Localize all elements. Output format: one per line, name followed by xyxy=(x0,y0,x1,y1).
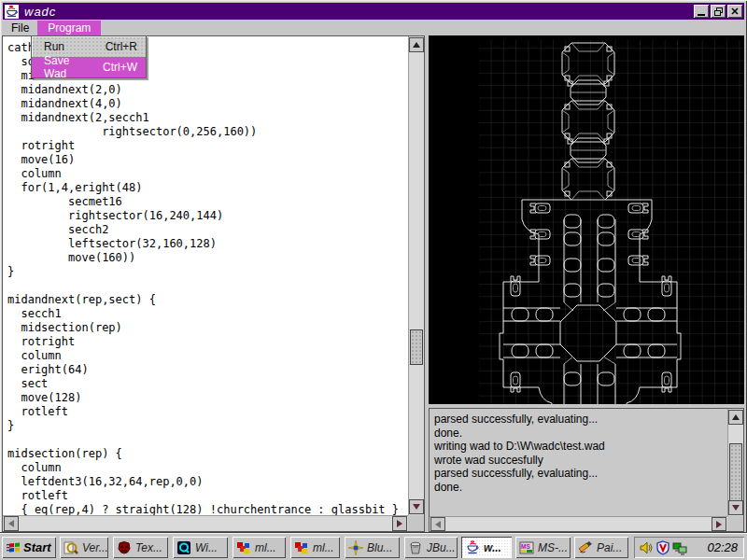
code-line: } xyxy=(7,419,408,433)
code-line xyxy=(7,433,408,447)
cyan-q-icon xyxy=(176,540,191,555)
system-tray: 02:28 xyxy=(634,537,744,558)
code-line: midandnext(2,secch1 xyxy=(7,111,408,125)
task-button-paint[interactable]: Pai... xyxy=(574,537,628,558)
msdos-icon: MS xyxy=(519,540,534,555)
magnifier-icon xyxy=(63,540,78,555)
svg-text:MS: MS xyxy=(521,543,530,550)
task-button-blu[interactable]: Blu... xyxy=(345,537,400,558)
log-line: writing wad to D:\W\wadc\test.wad xyxy=(434,440,727,454)
code-line: rotright xyxy=(7,139,408,153)
scroll-up-button[interactable] xyxy=(728,410,743,425)
code-line: sect xyxy=(7,377,408,391)
code-line: move(160)) xyxy=(7,251,408,265)
editor-horizontal-scrollbar[interactable] xyxy=(3,515,408,531)
code-line: { eq(rep,4) ? straight(128) !churchentra… xyxy=(7,503,408,515)
scrollbar-corner xyxy=(408,515,424,531)
screen: wadc File Program Run xyxy=(0,0,747,560)
task-button-tex[interactable]: Tex... xyxy=(113,537,168,558)
level-wireframe xyxy=(429,35,744,404)
code-line: midsection(rep) xyxy=(7,321,408,335)
menu-program[interactable]: Program xyxy=(37,21,101,35)
blocks-icon xyxy=(236,540,251,555)
code-line: leftdent3(16,32,64,rep,0,0) xyxy=(7,475,408,489)
paintbrush-icon xyxy=(578,540,593,555)
code-line: for(1,4,eright(48) xyxy=(7,181,408,195)
shield-icon[interactable] xyxy=(655,540,670,555)
code-line: secch1 xyxy=(7,307,408,321)
log-vscroll-thumb[interactable] xyxy=(729,443,742,505)
log-output-pane: parsed successfully, evaluating...done.w… xyxy=(429,408,744,532)
taskbar: Start Ver... Tex... xyxy=(0,533,747,560)
code-line: secch2 xyxy=(7,223,408,237)
scroll-down-button[interactable] xyxy=(728,500,743,515)
code-line: rotright xyxy=(7,335,408,349)
star-icon xyxy=(348,540,363,555)
bucket-icon xyxy=(408,540,423,555)
window-controls xyxy=(694,5,742,18)
task-button-wadc[interactable]: w... xyxy=(461,537,512,558)
scroll-left-button[interactable] xyxy=(4,516,19,531)
code-line: midandnext(4,0) xyxy=(7,97,408,111)
save-wad-accelerator: Ctrl+W xyxy=(103,61,137,74)
code-line: column xyxy=(7,167,408,181)
menu-item-save-wad[interactable]: Save Wad Ctrl+W xyxy=(32,57,146,77)
wadc-window: wadc File Program Run xyxy=(0,0,747,533)
log-line: done. xyxy=(434,427,727,441)
scroll-down-button[interactable] xyxy=(409,499,424,514)
network-icon[interactable] xyxy=(672,540,687,555)
tray-clock: 02:28 xyxy=(707,540,738,554)
log-line: parsed successfully, evaluating... xyxy=(434,467,727,481)
log-vertical-scrollbar[interactable] xyxy=(727,409,743,516)
volume-icon[interactable] xyxy=(639,540,654,555)
doom-face-icon xyxy=(117,540,132,555)
start-button[interactable]: Start xyxy=(2,537,56,558)
code-line: rightsector(0,256,160)) xyxy=(7,125,408,139)
code-line: move(128) xyxy=(7,391,408,405)
code-line: } xyxy=(7,265,408,279)
scroll-left-button[interactable] xyxy=(430,517,445,531)
map-preview-canvas xyxy=(429,35,744,404)
log-line: parsed successfully, evaluating... xyxy=(434,413,727,427)
log-horizontal-scrollbar[interactable] xyxy=(430,516,727,531)
code-line: rotleft xyxy=(7,405,408,419)
code-line xyxy=(7,279,408,293)
scrollbar-corner xyxy=(727,516,743,531)
editor-vscroll-thumb[interactable] xyxy=(410,329,423,365)
code-line: rotleft xyxy=(7,489,408,503)
menu-file[interactable]: File xyxy=(3,21,37,35)
editor-vertical-scrollbar[interactable] xyxy=(408,36,424,515)
code-line: eright(64) xyxy=(7,363,408,377)
minimize-button[interactable] xyxy=(694,5,709,18)
start-label: Start xyxy=(23,540,51,554)
task-button-ml-1[interactable]: ml... xyxy=(233,537,286,558)
titlebar[interactable]: wadc xyxy=(3,3,744,20)
task-button-wi[interactable]: Wi... xyxy=(173,537,228,558)
task-button-jbu[interactable]: JBu... xyxy=(404,537,458,558)
code-line: secmet16 xyxy=(7,195,408,209)
menu-bar: File Program xyxy=(3,20,744,35)
code-line: column xyxy=(7,461,408,475)
close-button[interactable] xyxy=(727,5,742,18)
task-button-ml-2[interactable]: ml... xyxy=(290,537,340,558)
scroll-up-button[interactable] xyxy=(409,37,424,52)
restore-button[interactable] xyxy=(711,5,726,18)
code-line: column xyxy=(7,349,408,363)
code-editor-pane: cath so mi midandnext(2,0) midandnext(4,… xyxy=(2,35,425,532)
window-title: wadc xyxy=(24,5,56,19)
java-cup-icon xyxy=(465,540,480,555)
task-button-msdos[interactable]: MS MS-... xyxy=(515,537,571,558)
run-accelerator: Ctrl+R xyxy=(106,40,137,53)
log-line: done. xyxy=(434,481,727,495)
java-cup-icon xyxy=(5,5,19,19)
code-line: rightsector(16,240,144) xyxy=(7,209,408,223)
scroll-right-button[interactable] xyxy=(392,516,407,531)
log-line: wrote wad succesfully xyxy=(434,454,727,468)
task-button-ver[interactable]: Ver... xyxy=(60,537,108,558)
code-text-area[interactable]: cath so mi midandnext(2,0) midandnext(4,… xyxy=(3,36,408,515)
code-line: midandnext(rep,sect) { xyxy=(7,293,408,307)
log-text-area: parsed successfully, evaluating...done.w… xyxy=(430,409,727,516)
scroll-right-button[interactable] xyxy=(712,517,726,531)
windows-flag-icon xyxy=(6,540,21,555)
code-line: leftsector(32,160,128) xyxy=(7,237,408,251)
